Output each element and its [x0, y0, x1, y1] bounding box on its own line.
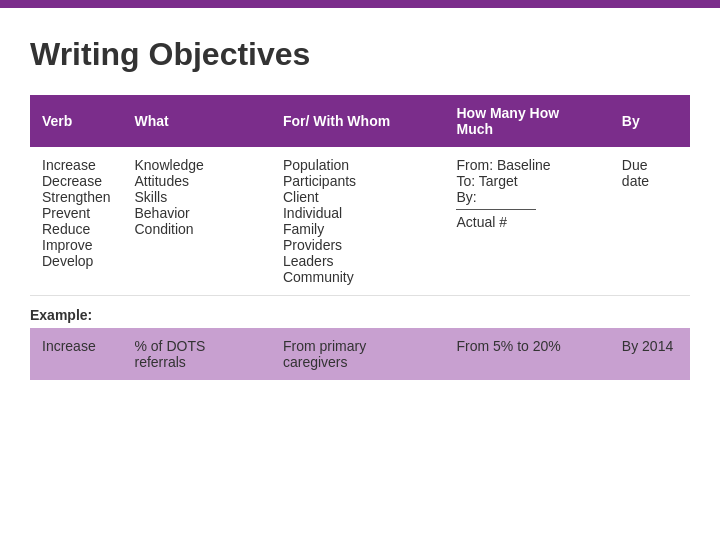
verb-decrease: Decrease	[42, 173, 102, 189]
whom-providers: Providers	[283, 237, 342, 253]
cell-for-whom: Population Participants Client Individua…	[271, 147, 445, 296]
col-header-by: By	[610, 95, 690, 147]
example-cell-verb: Increase	[30, 328, 123, 380]
verb-prevent: Prevent	[42, 205, 90, 221]
underline-separator	[456, 209, 536, 210]
what-knowledge: Knowledge	[135, 157, 204, 173]
whom-participants: Participants	[283, 173, 356, 189]
verb-increase: Increase	[42, 157, 96, 173]
example-label: Example:	[30, 307, 92, 323]
page-title: Writing Objectives	[30, 36, 690, 73]
verb-develop: Develop	[42, 253, 93, 269]
what-skills: Skills	[135, 189, 168, 205]
objectives-table: Verb What For/ With Whom How Many How Mu…	[30, 95, 690, 380]
col-header-verb: Verb	[30, 95, 123, 147]
how-to-target: To: Target	[456, 173, 517, 189]
by-due-date: Due date	[622, 157, 649, 189]
example-cell-how-many: From 5% to 20%	[444, 328, 609, 380]
page-content: Writing Objectives Verb What For/ With W…	[0, 8, 720, 400]
whom-family: Family	[283, 221, 324, 237]
whom-individual: Individual	[283, 205, 342, 221]
verb-improve: Improve	[42, 237, 93, 253]
example-label-row: Example:	[30, 296, 690, 329]
how-from-baseline: From: Baseline	[456, 157, 550, 173]
whom-leaders: Leaders	[283, 253, 334, 269]
table-row-example: Increase % of DOTS referrals From primar…	[30, 328, 690, 380]
table-header-row: Verb What For/ With Whom How Many How Mu…	[30, 95, 690, 147]
col-header-what: What	[123, 95, 271, 147]
what-condition: Condition	[135, 221, 194, 237]
col-header-for-whom: For/ With Whom	[271, 95, 445, 147]
top-bar	[0, 0, 720, 8]
whom-community: Community	[283, 269, 354, 285]
how-by: By:	[456, 189, 476, 205]
cell-verb: Increase Decrease Strengthen Prevent Red…	[30, 147, 123, 296]
what-attitudes: Attitudes	[135, 173, 189, 189]
table-row-main: Increase Decrease Strengthen Prevent Red…	[30, 147, 690, 296]
cell-how-many: From: Baseline To: Target By: Actual #	[444, 147, 609, 296]
cell-by: Due date	[610, 147, 690, 296]
col-header-how-many: How Many How Much	[444, 95, 609, 147]
verb-reduce: Reduce	[42, 221, 90, 237]
whom-client: Client	[283, 189, 319, 205]
how-actual: Actual #	[456, 214, 507, 230]
verb-strengthen: Strengthen	[42, 189, 111, 205]
what-behavior: Behavior	[135, 205, 190, 221]
whom-population: Population	[283, 157, 349, 173]
example-cell-for-whom: From primary caregivers	[271, 328, 445, 380]
cell-what: Knowledge Attitudes Skills Behavior Cond…	[123, 147, 271, 296]
example-cell-what: % of DOTS referrals	[123, 328, 271, 380]
example-cell-by: By 2014	[610, 328, 690, 380]
